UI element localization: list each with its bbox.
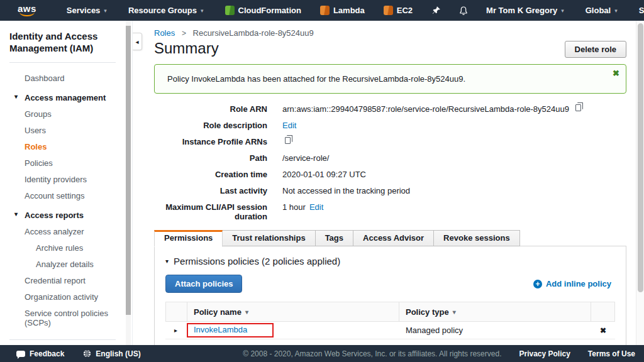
chevron-down-icon: ▾ — [201, 8, 204, 14]
sidebar-item-groups[interactable]: Groups — [9, 106, 116, 123]
main-content: ◂ Roles > RecursiveLambda-role-8y524uu9 … — [133, 21, 644, 345]
lambda-icon — [320, 6, 330, 15]
sidebar-collapse-button[interactable]: ◂ — [133, 33, 142, 50]
sidebar-item-identity-providers[interactable]: Identity providers — [9, 172, 116, 188]
nav-region-menu[interactable]: Global ▾ — [586, 6, 618, 15]
breadcrumb-separator-icon: > — [182, 29, 186, 38]
policy-type-cell: Managed policy — [399, 343, 591, 345]
detail-row-instance-profile-arns: Instance Profile ARNs — [154, 137, 626, 146]
role-arn-value: arn:aws:iam::299404798587:role/service-r… — [282, 104, 569, 114]
delete-role-button[interactable]: Delete role — [565, 41, 626, 58]
sidebar-title: Identity and Access Management (IAM) — [9, 30, 116, 54]
tab-access-advisor[interactable]: Access Advisor — [353, 230, 434, 246]
cloudformation-icon — [225, 6, 235, 15]
divider — [9, 62, 116, 63]
sidebar-item-account-settings[interactable]: Account settings — [9, 188, 116, 204]
tab-permissions[interactable]: Permissions — [154, 230, 223, 247]
policy-type-cell: Managed policy — [399, 326, 591, 335]
policy-type-column-header[interactable]: Policy type ▾ — [399, 302, 591, 321]
privacy-policy-link[interactable]: Privacy Policy — [519, 349, 570, 358]
sidebar-section-access-reports[interactable]: ▾Access reports — [9, 207, 116, 224]
aws-logo[interactable]: aws — [18, 4, 36, 16]
sidebar-item-organization-activity[interactable]: Organization activity — [9, 289, 116, 305]
sidebar-nav: Dashboard ▾Access management Groups User… — [9, 70, 116, 331]
tab-trust-relationships[interactable]: Trust relationships — [223, 230, 315, 246]
nav-shortcut-lambda[interactable]: Lambda — [320, 6, 365, 15]
edit-session-duration-link[interactable]: Edit — [309, 202, 323, 212]
permissions-tab-panel: ▾ Permissions policies (2 policies appli… — [154, 246, 626, 345]
sidebar: Identity and Access Management (IAM) Das… — [0, 21, 133, 345]
tab-bar: Permissions Trust relationships Tags Acc… — [154, 230, 626, 246]
close-icon[interactable]: ✖ — [613, 69, 619, 78]
divider — [9, 339, 116, 340]
language-selector[interactable]: English (US) — [83, 349, 140, 358]
sidebar-item-roles[interactable]: Roles — [9, 139, 116, 155]
detach-policy-icon[interactable]: ✖ — [591, 326, 615, 335]
permissions-policies-section-toggle[interactable]: ▾ Permissions policies (2 policies appli… — [165, 256, 615, 266]
breadcrumb: Roles > RecursiveLambda-role-8y524uu9 — [154, 28, 626, 38]
sidebar-item-users[interactable]: Users — [9, 123, 116, 139]
pin-icon[interactable] — [431, 6, 441, 15]
sidebar-item-dashboard[interactable]: Dashboard — [9, 70, 116, 87]
copy-icon[interactable] — [575, 104, 581, 111]
notifications-bell-icon[interactable] — [458, 6, 469, 16]
sidebar-item-access-analyzer[interactable]: Access analyzer — [9, 224, 116, 240]
tab-revoke-sessions[interactable]: Revoke sessions — [434, 230, 520, 246]
globe-icon — [83, 349, 91, 358]
policy-name-column-header[interactable]: Policy name ▾ — [187, 302, 399, 321]
chevron-down-icon: ▾ — [614, 8, 618, 14]
detail-row-role-arn: Role ARN arn:aws:iam::299404798587:role/… — [154, 104, 626, 114]
feedback-button[interactable]: Feedback — [16, 349, 64, 358]
sidebar-item-archive-rules[interactable]: Archive rules — [9, 240, 116, 256]
policy-row-awslambdabasicexecutionrole: ▸ AWSLambdaBasicExecutionRole-0174c71d-6… — [165, 339, 615, 345]
sidebar-item-analyzer-details[interactable]: Analyzer details — [9, 256, 116, 273]
detail-row-path: Path /service-role/ — [154, 153, 626, 163]
edit-description-link[interactable]: Edit — [282, 121, 296, 130]
caret-left-icon: ◂ — [135, 38, 138, 45]
policy-link-invokelambda[interactable]: InvokeLambda — [194, 325, 247, 334]
sidebar-section-access-management[interactable]: ▾Access management — [9, 90, 116, 106]
breadcrumb-roles-link[interactable]: Roles — [154, 28, 175, 38]
iam-console-window: aws Services ▾ Resource Groups ▾ CloudFo… — [0, 0, 644, 362]
terms-of-use-link[interactable]: Terms of Use — [588, 349, 635, 358]
vertical-scrollbar-thumb[interactable] — [638, 23, 643, 292]
policy-row-invokelambda: ▸ InvokeLambda Managed policy ✖ — [165, 322, 615, 339]
nav-shortcut-cloudformation[interactable]: CloudFormation — [225, 6, 301, 15]
sidebar-scrollbar[interactable] — [126, 21, 131, 345]
nav-support-menu[interactable]: Support ▾ — [639, 6, 644, 15]
detail-row-max-session-duration: Maximum CLI/API session duration 1 hourE… — [154, 202, 626, 221]
nav-shortcut-ec2[interactable]: EC2 — [384, 6, 413, 15]
actions-column-header — [591, 302, 614, 321]
attach-policies-button[interactable]: Attach policies — [165, 275, 242, 293]
expander-column-header — [166, 302, 187, 321]
detach-policy-icon[interactable]: ✖ — [591, 344, 615, 346]
success-alert-message: Policy InvokeLambda has been attached fo… — [167, 74, 465, 84]
expand-row-icon[interactable]: ▸ — [165, 344, 186, 345]
caret-down-icon: ▾ — [14, 211, 18, 217]
plus-icon: + — [533, 280, 542, 288]
detail-row-last-activity: Last activity Not accessed in the tracki… — [154, 186, 626, 195]
sidebar-scrollbar-thumb[interactable] — [126, 26, 131, 315]
page-title: Summary — [154, 40, 219, 57]
sort-caret-icon: ▾ — [245, 309, 248, 315]
policies-table-header: Policy name ▾ Policy type ▾ — [165, 302, 615, 322]
copy-icon[interactable] — [285, 137, 291, 144]
sidebar-item-credential-report[interactable]: Credential report — [9, 273, 116, 289]
highlight-annotation-box: InvokeLambda — [187, 323, 274, 337]
sidebar-item-policies[interactable]: Policies — [9, 155, 116, 172]
add-inline-policy-link[interactable]: + Add inline policy — [533, 279, 611, 288]
nav-resource-groups-menu[interactable]: Resource Groups ▾ — [128, 6, 204, 15]
caret-down-icon: ▾ — [14, 93, 18, 100]
tab-tags[interactable]: Tags — [316, 230, 353, 246]
policy-link-awslambdabasicexecutionrole[interactable]: AWSLambdaBasicExecutionRole-0174c71d-646… — [192, 343, 399, 345]
role-details: Role ARN arn:aws:iam::299404798587:role/… — [154, 104, 626, 221]
caret-down-icon: ▾ — [165, 258, 169, 265]
expand-row-icon[interactable]: ▸ — [165, 327, 186, 334]
feedback-bubble-icon — [16, 351, 25, 357]
ec2-icon — [384, 6, 393, 15]
detail-row-role-description: Role description Edit — [154, 121, 626, 130]
nav-services-menu[interactable]: Services ▾ — [67, 6, 107, 15]
sidebar-item-scps[interactable]: Service control policies (SCPs) — [9, 305, 116, 331]
vertical-scrollbar[interactable] — [636, 21, 644, 345]
nav-user-menu[interactable]: Mr Tom K Gregory ▾ — [486, 6, 564, 15]
